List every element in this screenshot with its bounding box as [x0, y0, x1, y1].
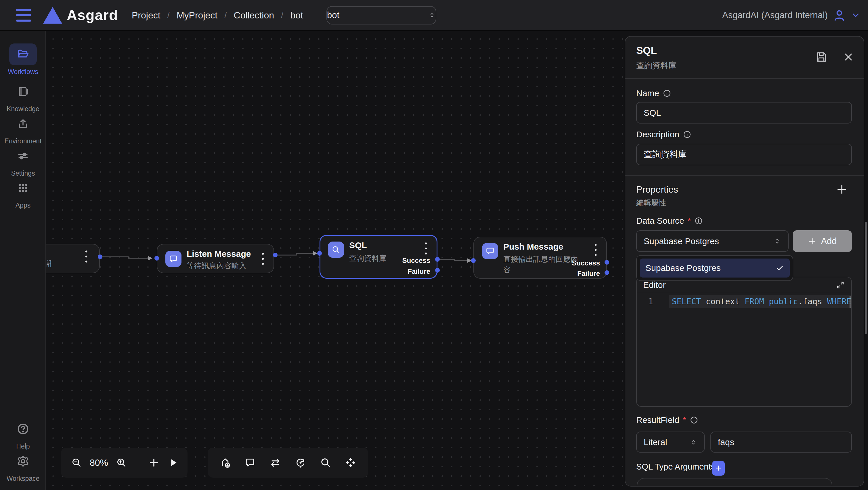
app-header: Asgard Project / MyProject / Collection … [0, 0, 868, 31]
breadcrumb-collection[interactable]: Collection [234, 10, 274, 21]
sidebar-item-workspace[interactable]: Workspace [0, 450, 46, 483]
info-icon[interactable] [663, 89, 671, 97]
kebab-menu-icon[interactable] [422, 240, 430, 257]
workflow-node-listen-message[interactable]: Listen Message 等待訊息內容輸入 [157, 244, 274, 273]
breadcrumb: Project / MyProject / Collection / bot [132, 10, 303, 21]
line-number: 1 [648, 297, 653, 306]
output-success-handle[interactable]: Success [572, 259, 600, 267]
add-property-icon[interactable] [835, 183, 848, 196]
sidebar-item-settings[interactable]: Settings [0, 145, 46, 177]
zoom-toolbar: 80% [61, 448, 188, 478]
info-icon[interactable] [694, 217, 703, 225]
expand-icon[interactable] [836, 281, 845, 290]
gear-icon [9, 450, 37, 472]
breadcrumb-myproject[interactable]: MyProject [177, 10, 217, 21]
comment-icon[interactable] [244, 457, 256, 469]
node-subtitle: 等待訊息內容輸入 [187, 261, 246, 271]
code-line: SELECT context FROM public.faqs WHERE id… [672, 297, 852, 306]
output-failure-handle[interactable]: Failure [407, 267, 430, 276]
data-source-select[interactable]: Supabase Postgres [636, 230, 788, 252]
fit-view-icon[interactable] [345, 457, 356, 469]
add-data-source-button[interactable]: Add [793, 230, 852, 252]
sql-editor: Editor 1 SELECT context FROM public.faqs… [636, 277, 852, 407]
sidebar: Workflows Knowledge Environment Settings… [0, 31, 46, 490]
panel-title: SQL [636, 45, 657, 56]
name-input[interactable]: SQL [636, 102, 852, 123]
output-success-handle[interactable]: Success [402, 257, 430, 265]
kebab-menu-icon[interactable] [591, 242, 600, 258]
panel-scrollbar[interactable] [865, 222, 867, 334]
add-icon[interactable] [148, 457, 160, 469]
workflow-node-partial[interactable]: 訊 [46, 244, 100, 273]
sidebar-item-environment[interactable]: Environment [0, 113, 46, 145]
search-icon[interactable] [319, 457, 332, 469]
account-label: AsgardAI (Asgard Internal) [722, 10, 828, 21]
code-area[interactable]: 1 SELECT context FROM public.faqs WHERE … [637, 293, 851, 407]
save-icon[interactable] [815, 50, 828, 64]
data-source-label: Data Source * [636, 216, 703, 226]
info-icon[interactable] [683, 130, 691, 139]
check-icon [775, 264, 784, 272]
node-properties-panel: SQL 查詢資料庫 Name SQL Description 查詢資料庫 Pro… [625, 36, 864, 487]
node-title: Push Message [503, 242, 563, 252]
sql-type-arguments-container [637, 478, 832, 487]
breadcrumb-project[interactable]: Project [132, 10, 160, 21]
menu-icon[interactable] [16, 9, 31, 22]
zoom-out-icon[interactable] [71, 457, 82, 468]
workflow-node-push-message[interactable]: Push Message 直接輸出訊息的回應內容 Success Failure [473, 237, 607, 279]
result-field-label: ResultField * [636, 415, 698, 425]
sidebar-item-apps[interactable]: Apps [0, 177, 46, 209]
node-title: SQL [349, 240, 367, 250]
editor-title: Editor [643, 280, 665, 290]
description-label: Description [636, 129, 691, 139]
close-icon[interactable] [843, 52, 854, 62]
logo-text: Asgard [67, 7, 118, 24]
plus-icon [715, 464, 722, 472]
swap-arrows-icon[interactable] [269, 457, 281, 469]
kebab-menu-icon[interactable] [258, 251, 267, 267]
panel-subtitle: 查詢資料庫 [636, 60, 677, 71]
info-icon[interactable] [690, 416, 698, 424]
name-label: Name [636, 88, 671, 98]
chevron-updown-icon [773, 237, 781, 245]
text-cursor [849, 296, 850, 308]
sidebar-item-workflows[interactable]: Workflows [0, 44, 46, 76]
kebab-menu-icon[interactable] [82, 249, 91, 265]
folder-open-icon [9, 44, 37, 65]
account-area: AsgardAI (Asgard Internal) [722, 8, 861, 22]
book-icon [9, 81, 37, 103]
upload-icon [9, 113, 37, 135]
properties-title: Properties [636, 184, 678, 195]
relocate-icon[interactable] [294, 457, 307, 469]
tools-toolbar [208, 448, 368, 478]
add-node-icon[interactable] [219, 457, 231, 469]
output-failure-handle[interactable]: Failure [577, 269, 600, 278]
description-input[interactable]: 查詢資料庫 [636, 144, 852, 165]
node-title: Listen Message [187, 249, 251, 259]
asgard-logo-icon [43, 7, 62, 24]
sliders-icon [9, 145, 37, 167]
result-type-select[interactable]: Literal [636, 432, 705, 453]
sql-type-arguments-label: SQL Type Arguments [636, 462, 715, 471]
search-icon [328, 241, 344, 258]
dropdown-option-supabase-postgres[interactable]: Supabase Postgres [640, 259, 790, 278]
sidebar-item-knowledge[interactable]: Knowledge [0, 81, 46, 113]
chat-bubble-icon [165, 251, 182, 267]
result-field-input[interactable]: faqs [710, 432, 852, 453]
chevron-down-icon[interactable] [851, 10, 861, 20]
chevron-updown-icon [428, 11, 436, 19]
data-source-dropdown: Supabase Postgres [636, 255, 793, 281]
breadcrumb-bot[interactable]: bot [290, 10, 303, 21]
sidebar-item-help[interactable]: Help [0, 418, 46, 450]
workflow-node-sql[interactable]: SQL 查詢資料庫 Success Failure [319, 235, 437, 279]
node-subtitle: 直接輸出訊息的回應內容 [503, 254, 578, 275]
zoom-in-icon[interactable] [116, 457, 127, 468]
user-icon[interactable] [832, 8, 846, 22]
add-sql-type-argument-button[interactable] [712, 461, 725, 475]
node-subtitle: 查詢資料庫 [349, 253, 386, 264]
workflow-select[interactable]: bot [327, 6, 436, 25]
grid-dots-icon [9, 177, 37, 199]
plus-icon [808, 237, 817, 246]
run-icon[interactable] [167, 457, 179, 468]
help-circle-icon [9, 418, 37, 440]
